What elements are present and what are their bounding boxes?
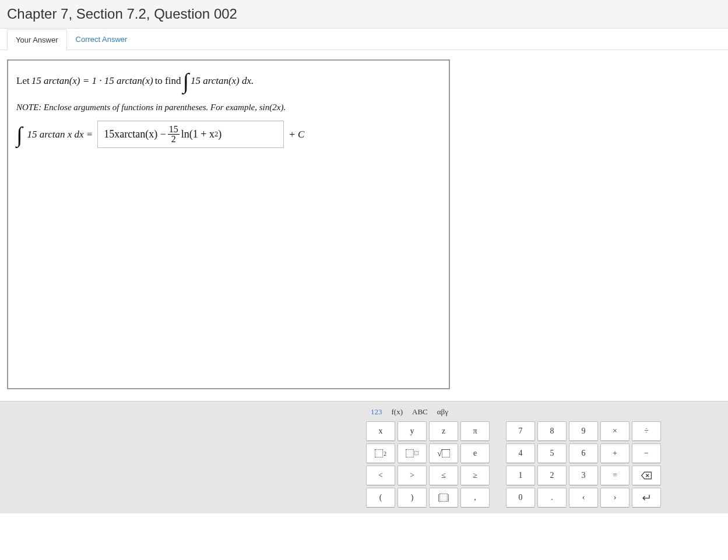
key-power[interactable] (398, 443, 427, 463)
prompt-integrand: 15 arctan(x) dx. (191, 75, 254, 87)
key-8[interactable]: 8 (537, 421, 567, 441)
keypad-tab-greek[interactable]: αβγ (437, 407, 448, 417)
answer-label: 15 arctan x dx = (27, 129, 93, 140)
keypad-tab-fx[interactable]: f(x) (392, 407, 403, 417)
placeholder-box-icon (406, 449, 414, 457)
question-prompt: Let 15 arctan(x) = 1 · 15 arctan(x) to f… (16, 70, 441, 92)
key-plus[interactable]: + (600, 443, 629, 463)
integral-sign-icon: ∫ (16, 124, 22, 146)
key-squared[interactable]: 2 (366, 443, 395, 463)
header-bar: Chapter 7, Section 7.2, Question 002 (0, 0, 728, 29)
key-dot[interactable]: . (537, 488, 567, 508)
key-comma[interactable]: , (460, 488, 490, 508)
answer-fraction: 15 2 (168, 125, 180, 144)
key-pi[interactable]: π (460, 421, 490, 441)
tab-correct-answer[interactable]: Correct Answer (67, 29, 136, 50)
key-5[interactable]: 5 (537, 443, 567, 463)
answer-part2: ln(1 + x (181, 128, 214, 140)
answer-part3: ) (218, 128, 221, 140)
key-6[interactable]: 6 (569, 443, 598, 463)
prompt-prefix: Let (16, 75, 30, 87)
backspace-icon (641, 471, 652, 480)
key-minus[interactable]: − (632, 443, 661, 463)
math-keypad: 123 f(x) ABC αβγ x y z π 7 8 9 × ÷ 2 √ (0, 401, 728, 513)
answer-tabs: Your Answer Correct Answer (0, 29, 728, 50)
placeholder-box-icon (439, 494, 448, 502)
key-less-than[interactable]: < (366, 466, 395, 485)
prompt-mid: to find (155, 75, 181, 87)
prompt-lhs: 15 arctan(x) = 1 · 15 arctan(x) (31, 75, 153, 87)
answer-line: ∫ 15 arctan x dx = 15xarctan(x) − 15 2 l… (16, 121, 441, 148)
placeholder-box-icon (442, 449, 450, 457)
key-abs[interactable]: || (429, 488, 458, 508)
tab-your-answer[interactable]: Your Answer (7, 29, 67, 50)
key-multiply[interactable]: × (600, 421, 629, 441)
key-enter[interactable] (632, 488, 661, 508)
key-0[interactable]: 0 (506, 488, 535, 508)
key-1[interactable]: 1 (506, 466, 535, 485)
key-sqrt[interactable]: √ (429, 443, 458, 463)
answer-input[interactable]: 15xarctan(x) − 15 2 ln(1 + x2) (97, 121, 284, 148)
key-z[interactable]: z (429, 421, 458, 441)
key-4[interactable]: 4 (506, 443, 535, 463)
key-greater-equal[interactable]: ≥ (460, 466, 490, 485)
key-divide[interactable]: ÷ (632, 421, 661, 441)
enter-icon (641, 493, 652, 502)
key-9[interactable]: 9 (569, 421, 598, 441)
key-x[interactable]: x (366, 421, 395, 441)
key-cursor-right[interactable]: › (600, 488, 629, 508)
key-cursor-left[interactable]: ‹ (569, 488, 598, 508)
question-box: Let 15 arctan(x) = 1 · 15 arctan(x) to f… (7, 59, 450, 389)
frac-num: 15 (168, 125, 180, 135)
placeholder-box-icon (414, 451, 418, 455)
plus-c: + C (289, 129, 304, 140)
key-less-equal[interactable]: ≤ (429, 466, 458, 485)
keypad-tab-abc[interactable]: ABC (412, 407, 428, 417)
key-backspace[interactable] (632, 466, 661, 485)
key-right-paren[interactable]: ) (398, 488, 427, 508)
key-left-paren[interactable]: ( (366, 488, 395, 508)
key-2[interactable]: 2 (537, 466, 567, 485)
frac-den: 2 (170, 135, 177, 144)
key-3[interactable]: 3 (569, 466, 598, 485)
placeholder-box-icon (375, 449, 383, 457)
integral-sign-icon: ∫ (182, 70, 188, 92)
key-greater-than[interactable]: > (398, 466, 427, 485)
key-y[interactable]: y (398, 421, 427, 441)
key-equals[interactable]: = (600, 466, 629, 485)
answer-part1: 15xarctan(x) − (104, 128, 166, 140)
key-7[interactable]: 7 (506, 421, 535, 441)
question-note: NOTE: Enclose arguments of functions in … (16, 103, 441, 112)
content-area: Let 15 arctan(x) = 1 · 15 arctan(x) to f… (0, 50, 728, 389)
page-title: Chapter 7, Section 7.2, Question 002 (7, 6, 721, 22)
key-e[interactable]: e (460, 443, 490, 463)
keypad-tabs: 123 f(x) ABC αβγ (366, 405, 722, 421)
keypad-tab-123[interactable]: 123 (371, 407, 382, 417)
